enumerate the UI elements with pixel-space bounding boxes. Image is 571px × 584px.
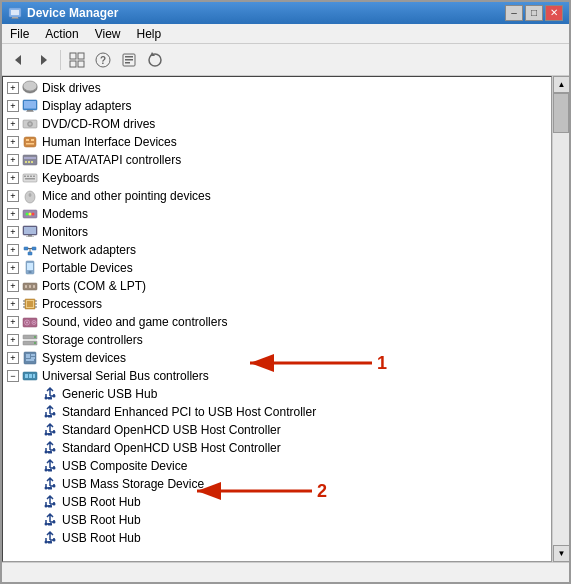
svg-point-95 — [45, 415, 48, 418]
tree-expander-ports[interactable]: + — [7, 280, 19, 292]
svg-point-81 — [34, 336, 36, 338]
tree-item-usb-root-hub-3[interactable]: USB Root Hub — [3, 529, 551, 547]
svg-rect-85 — [31, 354, 35, 356]
network-adapters-icon — [22, 242, 38, 258]
tree-expander-system-devices[interactable]: + — [7, 352, 19, 364]
portable-devices-icon — [22, 260, 38, 276]
svg-rect-1 — [11, 10, 19, 15]
processors-label: Processors — [42, 297, 102, 311]
menu-file[interactable]: File — [2, 24, 37, 43]
scroll-up-button[interactable]: ▲ — [553, 76, 569, 93]
svg-point-44 — [29, 194, 32, 197]
tree-item-ide-atapi[interactable]: +IDE ATA/ATAPI controllers — [3, 151, 551, 169]
tree-item-std-openhcd-1[interactable]: Standard OpenHCD USB Host Controller — [3, 421, 551, 439]
tree-item-portable-devices[interactable]: +Portable Devices — [3, 259, 551, 277]
svg-point-107 — [45, 487, 48, 490]
tree-item-usb-root-hub-2[interactable]: USB Root Hub — [3, 511, 551, 529]
tree-item-mice[interactable]: +Mice and other pointing devices — [3, 187, 551, 205]
tree-expander-display-adapters[interactable]: + — [7, 100, 19, 112]
svg-rect-89 — [25, 374, 28, 378]
tree-expander-usb-controllers[interactable]: − — [7, 370, 19, 382]
tree-expander-keyboards[interactable]: + — [7, 172, 19, 184]
scrollbar[interactable]: ▲ ▼ — [552, 76, 569, 562]
svg-rect-59 — [27, 263, 33, 270]
tree-item-usb-composite[interactable]: USB Composite Device — [3, 457, 551, 475]
tree-item-usb-mass-storage[interactable]: USB Mass Storage Device — [3, 475, 551, 493]
svg-rect-106 — [48, 469, 52, 472]
tree-expander-modems[interactable]: + — [7, 208, 19, 220]
menu-view[interactable]: View — [87, 24, 129, 43]
std-openhcd-2-label: Standard OpenHCD USB Host Controller — [62, 441, 281, 455]
tree-item-sound-video[interactable]: +Sound, video and game controllers — [3, 313, 551, 331]
tree-item-display-adapters[interactable]: +Display adapters — [3, 97, 551, 115]
tree-item-human-interface[interactable]: +Human Interface Devices — [3, 133, 551, 151]
svg-rect-94 — [48, 397, 52, 400]
tree-item-std-openhcd-2[interactable]: Standard OpenHCD USB Host Controller — [3, 439, 551, 457]
tree-expander-ide-atapi[interactable]: + — [7, 154, 19, 166]
properties-button[interactable] — [117, 48, 141, 72]
tree-item-std-enhanced-pci[interactable]: Standard Enhanced PCI to USB Host Contro… — [3, 403, 551, 421]
scrollbar-track[interactable] — [553, 93, 569, 545]
tree-item-processors[interactable]: +Processors — [3, 295, 551, 313]
svg-rect-91 — [33, 374, 35, 378]
tree-item-disk-drives[interactable]: +Disk drives — [3, 79, 551, 97]
tree-expander-dvd-cdrom[interactable]: + — [7, 118, 19, 130]
tree-item-usb-controllers[interactable]: −Universal Serial Bus controllers — [3, 367, 551, 385]
svg-point-19 — [23, 81, 37, 91]
tree-item-network-adapters[interactable]: +Network adapters — [3, 241, 551, 259]
usb-composite-icon — [42, 458, 58, 474]
close-button[interactable]: ✕ — [545, 5, 563, 21]
svg-rect-87 — [26, 359, 34, 361]
scrollbar-thumb[interactable] — [553, 93, 569, 133]
tree-expander-storage-controllers[interactable]: + — [7, 334, 19, 346]
svg-rect-50 — [24, 227, 36, 234]
refresh-button[interactable] — [143, 48, 167, 72]
minimize-button[interactable]: – — [505, 5, 523, 21]
tree-item-ports[interactable]: +Ports (COM & LPT) — [3, 277, 551, 295]
forward-button[interactable] — [32, 48, 56, 72]
tree-expander-human-interface[interactable]: + — [7, 136, 19, 148]
svg-point-96 — [53, 413, 56, 416]
tree-item-storage-controllers[interactable]: +Storage controllers — [3, 331, 551, 349]
tree-item-monitors[interactable]: +Monitors — [3, 223, 551, 241]
keyboards-icon — [22, 170, 38, 186]
menu-action[interactable]: Action — [37, 24, 86, 43]
tree-item-dvd-cdrom[interactable]: +DVD/CD-ROM drives — [3, 115, 551, 133]
tree-item-keyboards[interactable]: +Keyboards — [3, 169, 551, 187]
svg-rect-112 — [48, 505, 52, 508]
title-bar-left: Device Manager — [8, 6, 118, 20]
usb-controllers-icon — [22, 368, 38, 384]
svg-point-117 — [53, 539, 56, 542]
tree-expander-processors[interactable]: + — [7, 298, 19, 310]
disk-drives-icon — [22, 80, 38, 96]
usb-root-hub-3-icon — [42, 530, 58, 546]
tree-expander-mice[interactable]: + — [7, 190, 19, 202]
scroll-down-button[interactable]: ▼ — [553, 545, 569, 562]
tree-expander-portable-devices[interactable]: + — [7, 262, 19, 274]
tree-expander-disk-drives[interactable]: + — [7, 82, 19, 94]
svg-rect-103 — [48, 451, 52, 454]
help-button[interactable]: ? — [91, 48, 115, 72]
tree-item-generic-usb-hub[interactable]: Generic USB Hub — [3, 385, 551, 403]
show-hide-button[interactable] — [65, 48, 89, 72]
tree-expander-monitors[interactable]: + — [7, 226, 19, 238]
tree-expander-network-adapters[interactable]: + — [7, 244, 19, 256]
tree-expander-sound-video[interactable]: + — [7, 316, 19, 328]
svg-rect-37 — [24, 176, 26, 178]
svg-point-108 — [53, 485, 56, 488]
menu-help[interactable]: Help — [129, 24, 170, 43]
svg-rect-27 — [24, 137, 36, 147]
tree-item-usb-root-hub-1[interactable]: USB Root Hub — [3, 493, 551, 511]
svg-rect-6 — [70, 53, 76, 59]
restore-button[interactable]: □ — [525, 5, 543, 21]
usb-mass-storage-icon — [42, 476, 58, 492]
tree-item-system-devices[interactable]: +System devices — [3, 349, 551, 367]
back-button[interactable] — [6, 48, 30, 72]
std-openhcd-2-icon — [42, 440, 58, 456]
human-interface-icon — [22, 134, 38, 150]
device-tree[interactable]: +Disk drives+Display adapters+DVD/CD-ROM… — [2, 76, 552, 562]
tree-item-modems[interactable]: +Modems — [3, 205, 551, 223]
disk-drives-label: Disk drives — [42, 81, 101, 95]
svg-rect-9 — [78, 61, 84, 67]
svg-point-111 — [53, 503, 56, 506]
